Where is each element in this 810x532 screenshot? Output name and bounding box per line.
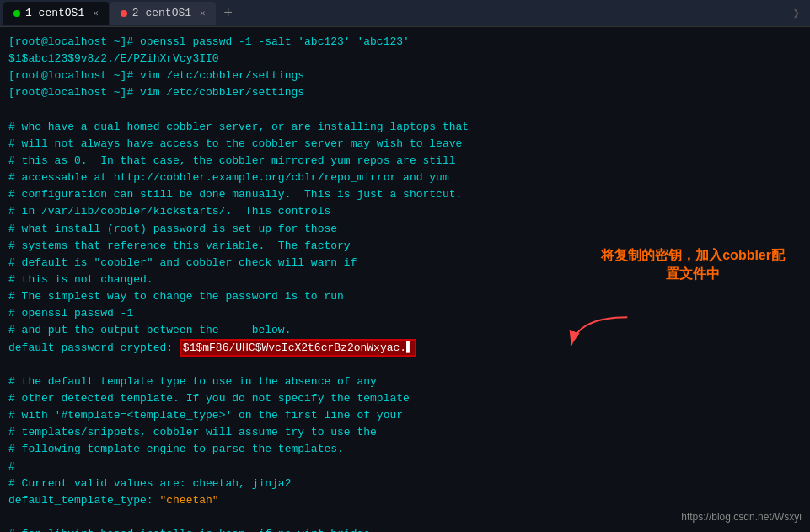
tab-2-label: 2 centOS1: [132, 7, 191, 19]
line-template: default_template_type: "cheetah": [8, 494, 219, 507]
line-3: [root@localhost ~]# vim /etc/cobbler/set…: [8, 69, 304, 82]
new-tab-button[interactable]: +: [217, 3, 239, 24]
line-comment-12: # openssl passwd -1: [8, 307, 133, 320]
tab-bar: 1 centOS1 ✕ 2 centOS1 ✕ + ❯: [0, 0, 810, 27]
tab-2[interactable]: 2 centOS1 ✕: [110, 2, 216, 25]
line-2: $1$abc123$9v8z2./E/PZihXrVcy3II0: [8, 52, 219, 65]
line-comment-13: # and put the output between the below.: [8, 324, 291, 336]
tab-scroll-right: ❯: [786, 6, 807, 20]
line-comment-10: # this is not changed.: [8, 273, 153, 286]
line-comment-19: #: [8, 460, 15, 473]
tab-2-dot: [121, 10, 127, 17]
tab-1-close[interactable]: ✕: [93, 8, 99, 19]
line-comment-17: # templates/snippets, cobbler will assum…: [8, 426, 377, 438]
line-comment-4: # accessable at http://cobbler.example.o…: [8, 171, 449, 184]
line-1: [root@localhost ~]# openssl passwd -1 -s…: [8, 35, 410, 48]
line-comment-15: # other detected template. If you do not…: [8, 392, 410, 405]
line-comment-16: # with '#template=<template_type>' on th…: [8, 409, 403, 422]
terminal-area: [root@localhost ~]# openssl passwd -1 -s…: [0, 27, 810, 532]
tab-1[interactable]: 1 centOS1 ✕: [3, 2, 109, 25]
line-comment-7: # what install (root) password is set up…: [8, 223, 337, 235]
tab-1-label: 1 centOS1: [25, 7, 84, 19]
line-comment-20: # Current valid values are: cheetah, jin…: [8, 477, 291, 490]
line-comment-9: # default is "cobbler" and cobbler check…: [8, 256, 357, 269]
password-value: $1$mF86/UHC$WvcIcX2t6crBz2onWxyac.▌: [180, 339, 416, 357]
line-comment-18: # following template engine to parse the…: [8, 443, 344, 455]
line-comment-1: # who have a dual homed cobbler server, …: [8, 121, 469, 133]
line-comment-2: # will not always have access to the cob…: [8, 137, 462, 150]
watermark: https://blog.csdn.net/Wsxyi: [681, 509, 802, 525]
tab-1-dot: [13, 10, 20, 17]
template-value: "cheetah": [159, 494, 218, 507]
tab-2-close[interactable]: ✕: [200, 8, 206, 19]
line-comment-14: # the default template type to use in th…: [8, 375, 377, 388]
line-comment-21: # for libvirt based installs in koan, if…: [8, 528, 370, 532]
line-comment-8: # systems that reference this variable. …: [8, 239, 351, 252]
line-password: default_password_crypted: $1$mF86/UHC$Wv…: [8, 339, 416, 357]
line-comment-11: # The simplest way to change the passwor…: [8, 290, 344, 303]
line-4: [root@localhost ~]# vim /etc/cobbler/set…: [8, 86, 304, 99]
line-comment-3: # this as 0. In that case, the cobbler m…: [8, 154, 456, 167]
line-comment-6: # in /var/lib/cobbler/kickstarts/. This …: [8, 205, 330, 218]
line-comment-5: # configuration can still be done manual…: [8, 188, 462, 201]
terminal-content: [root@localhost ~]# openssl passwd -1 -s…: [8, 34, 802, 532]
